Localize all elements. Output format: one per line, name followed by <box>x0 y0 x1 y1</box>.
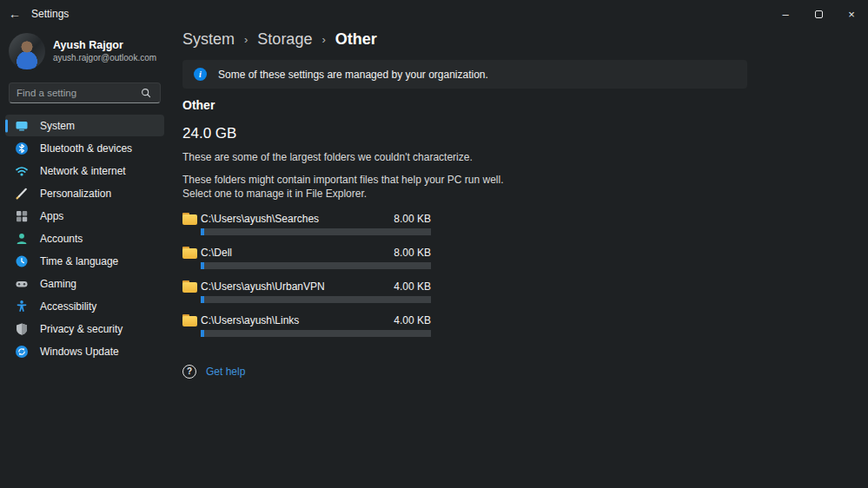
main-content: System › Storage › Other i Some of these… <box>182 28 747 379</box>
get-help-link[interactable]: Get help <box>206 366 245 378</box>
search-icon <box>139 86 153 100</box>
selected-accent-pill <box>5 119 8 132</box>
folder-usage-bar <box>201 228 431 235</box>
sidebar-item-personalization[interactable]: Personalization <box>5 182 164 204</box>
banner-text: Some of these settings are managed by yo… <box>218 69 488 81</box>
brush-icon <box>15 187 29 201</box>
folder-size: 4.00 KB <box>394 280 431 293</box>
back-arrow-icon: ← <box>9 7 21 21</box>
folder-icon <box>182 213 197 225</box>
sidebar-item-network-internet[interactable]: Network & internet <box>5 160 164 181</box>
info-icon: i <box>194 68 207 81</box>
sidebar-item-label: Network & internet <box>40 165 126 177</box>
maximize-button[interactable] <box>802 0 835 28</box>
bluetooth-icon <box>15 142 29 155</box>
wifi-icon <box>15 164 29 178</box>
sidebar-item-privacy-security[interactable]: Privacy & security <box>5 318 164 340</box>
minimize-icon: – <box>782 8 788 21</box>
folder-size: 8.00 KB <box>394 213 431 225</box>
folder-usage-fill <box>201 262 204 269</box>
folder-row-urbanvpn[interactable]: C:\Users\ayush\UrbanVPN 4.00 KB <box>182 280 431 303</box>
folder-size: 8.00 KB <box>394 247 431 259</box>
maximize-icon <box>815 10 823 18</box>
sidebar-item-label: Time & language <box>40 255 118 267</box>
sidebar-item-bluetooth-devices[interactable]: Bluetooth & devices <box>5 137 164 159</box>
breadcrumb-system[interactable]: System <box>182 30 235 49</box>
get-help-row: ? Get help <box>182 365 747 379</box>
folder-path: C:\Users\ayush\Links <box>201 314 299 326</box>
window-controls: – × <box>769 0 868 28</box>
folder-usage-fill <box>201 330 204 337</box>
avatar <box>9 33 45 69</box>
chevron-right-icon: › <box>244 33 248 46</box>
profile-section[interactable]: Ayush Rajgor ayush.rajgor@outlook.com <box>0 28 169 69</box>
sidebar-item-apps[interactable]: Apps <box>5 205 164 227</box>
folder-row-searches[interactable]: C:\Users\ayush\Searches 8.00 KB <box>182 213 431 235</box>
sidebar-item-label: Personalization <box>40 188 111 200</box>
person-icon <box>15 232 29 246</box>
sidebar: Ayush Rajgor ayush.rajgor@outlook.com Fi… <box>0 28 169 488</box>
minimize-button[interactable]: – <box>769 0 802 28</box>
folder-row-links[interactable]: C:\Users\ayush\Links 4.00 KB <box>182 314 431 337</box>
folder-usage-bar <box>201 296 431 303</box>
folder-usage-fill <box>201 296 204 303</box>
sidebar-item-label: Bluetooth & devices <box>40 142 132 155</box>
profile-name: Ayush Rajgor <box>53 39 156 52</box>
breadcrumb: System › Storage › Other <box>182 30 747 49</box>
sidebar-item-gaming[interactable]: Gaming <box>5 273 164 294</box>
sidebar-item-label: Gaming <box>40 278 76 290</box>
sidebar-nav: System Bluetooth & devices Network & int… <box>0 115 169 362</box>
profile-email: ayush.rajgor@outlook.com <box>53 52 156 63</box>
description-line-2: These folders might contain important fi… <box>182 173 747 188</box>
sidebar-item-accounts[interactable]: Accounts <box>5 228 164 249</box>
folder-usage-bar <box>201 330 431 337</box>
titlebar: ← Settings – × <box>0 0 868 28</box>
sidebar-item-label: Apps <box>40 210 63 222</box>
monitor-icon <box>15 119 29 133</box>
sidebar-item-system[interactable]: System <box>5 115 164 136</box>
folder-icon <box>182 280 197 293</box>
clock-icon <box>15 254 29 268</box>
window-title: Settings <box>31 8 69 20</box>
apps-grid-icon <box>15 209 29 223</box>
sidebar-item-label: System <box>40 120 75 132</box>
sidebar-item-windows-update[interactable]: Windows Update <box>5 340 164 362</box>
search-placeholder: Find a setting <box>17 88 139 98</box>
folder-usage-bar <box>201 262 431 269</box>
folder-icon <box>182 247 197 259</box>
folder-usage-fill <box>201 228 204 235</box>
back-button[interactable]: ← <box>0 0 30 28</box>
description-block: These folders might contain important fi… <box>182 173 747 201</box>
folder-path: C:\Users\ayush\Searches <box>201 213 319 225</box>
total-size-value: 24.0 GB <box>182 125 747 142</box>
folder-row-dell[interactable]: C:\Dell 8.00 KB <box>182 247 431 269</box>
sidebar-item-label: Accounts <box>40 233 83 245</box>
sidebar-item-accessibility[interactable]: Accessibility <box>5 295 164 317</box>
help-icon: ? <box>182 365 196 379</box>
shield-icon <box>15 322 29 336</box>
search-input[interactable]: Find a setting <box>9 82 161 103</box>
folder-list: C:\Users\ayush\Searches 8.00 KB C:\Dell … <box>182 213 431 337</box>
folder-size: 4.00 KB <box>394 314 431 326</box>
folder-icon <box>182 314 197 326</box>
page-title: Other <box>182 98 747 112</box>
gamepad-icon <box>15 277 29 291</box>
update-icon <box>15 345 29 359</box>
sidebar-item-time-language[interactable]: Time & language <box>5 250 164 272</box>
breadcrumb-storage[interactable]: Storage <box>257 30 312 49</box>
description-line-3: Select one to manage it in File Explorer… <box>182 187 747 201</box>
sidebar-item-label: Accessibility <box>40 300 96 313</box>
folder-path: C:\Dell <box>201 247 232 259</box>
sidebar-item-label: Privacy & security <box>40 323 123 335</box>
description-line-1: These are some of the largest folders we… <box>182 150 747 165</box>
close-button[interactable]: × <box>835 0 868 28</box>
sidebar-item-label: Windows Update <box>40 346 119 358</box>
accessibility-icon <box>15 300 29 313</box>
breadcrumb-other: Other <box>335 30 377 49</box>
folder-path: C:\Users\ayush\UrbanVPN <box>201 280 325 293</box>
managed-settings-banner: i Some of these settings are managed by … <box>182 60 747 89</box>
close-icon: × <box>848 8 855 21</box>
chevron-right-icon: › <box>321 33 325 46</box>
